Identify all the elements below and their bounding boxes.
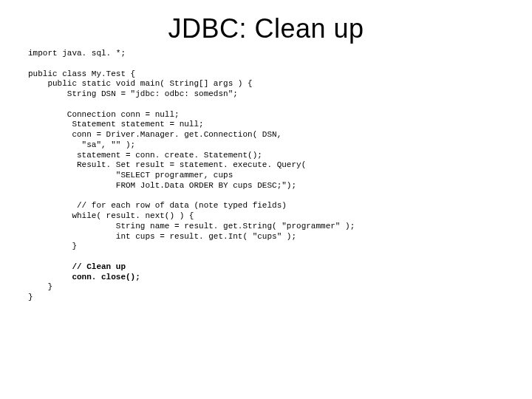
code-line: public class My.Test { (28, 69, 135, 78)
code-line: FROM Jolt.Data ORDER BY cups DESC;"); (28, 181, 296, 190)
code-line: } (28, 242, 77, 250)
code-line: Statement statement = null; (28, 120, 204, 129)
code-line: "SELECT programmer, cups (28, 171, 233, 180)
code-line: conn = Driver.Manager. get.Connection( D… (28, 130, 282, 139)
code-line: String DSN = "jdbc: odbc: somedsn"; (28, 89, 238, 98)
slide-title: JDBC: Clean up (0, 13, 532, 44)
code-line: Result. Set result = statement. execute.… (28, 160, 306, 169)
code-line: int cups = result. get.Int( "cups" ); (28, 232, 296, 241)
code-line: public static void main( String[] args )… (28, 79, 253, 88)
code-line: String name = result. get.String( "progr… (28, 222, 355, 231)
code-block: import java. sql. *; public class My.Tes… (28, 49, 504, 303)
code-line-emphasis: conn. close(); (28, 273, 140, 282)
code-line: } (28, 282, 52, 291)
code-line: while( result. next() ) { (28, 211, 194, 220)
code-line: Connection conn = null; (28, 110, 180, 119)
code-line: // for each row of data (note typed fiel… (28, 201, 287, 210)
code-line: } (28, 293, 33, 301)
code-line: statement = conn. create. Statement(); (28, 151, 262, 160)
slide: JDBC: Clean up import java. sql. *; publ… (0, 0, 532, 399)
code-line: import java. sql. *; (28, 49, 126, 58)
code-line-emphasis: // Clean up (28, 262, 126, 271)
code-line: "sa", "" ); (28, 140, 135, 149)
